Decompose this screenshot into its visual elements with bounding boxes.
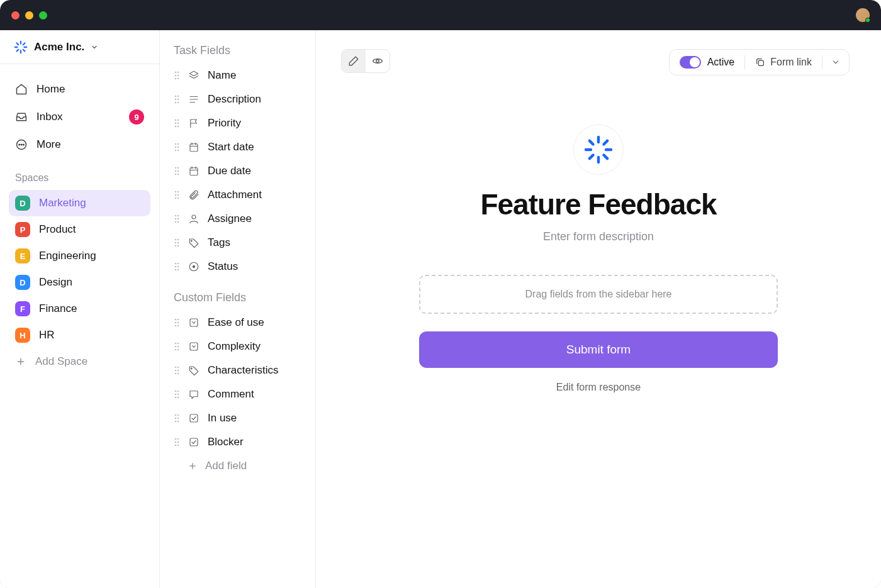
field-status[interactable]: Status — [169, 255, 306, 279]
svg-point-34 — [177, 126, 179, 128]
svg-rect-89 — [190, 319, 198, 326]
drag-handle[interactable] — [174, 413, 180, 423]
svg-point-36 — [177, 143, 179, 145]
drag-handle[interactable] — [174, 94, 180, 104]
svg-rect-51 — [190, 168, 198, 175]
field-start-date[interactable]: Start date — [169, 135, 306, 159]
workspace-switcher[interactable]: Acme Inc. — [0, 30, 159, 64]
field-tags[interactable]: Tags — [169, 231, 306, 255]
inbox-icon — [15, 111, 28, 123]
submit-form-button[interactable]: Submit form — [419, 331, 778, 368]
drag-handle[interactable] — [174, 70, 180, 80]
svg-point-120 — [177, 441, 179, 443]
nav-more[interactable]: More — [9, 131, 150, 158]
edit-response-link[interactable]: Edit form response — [556, 382, 641, 393]
svg-point-99 — [175, 370, 177, 372]
svg-point-50 — [177, 174, 179, 175]
field-assignee[interactable]: Assignee — [169, 207, 306, 231]
svg-point-105 — [177, 391, 179, 392]
field-description[interactable]: Description — [169, 87, 306, 111]
drag-handle[interactable] — [174, 341, 180, 352]
preview-mode-button[interactable] — [366, 50, 390, 72]
field-label: Ease of use — [208, 316, 264, 329]
minimize-window-button[interactable] — [25, 11, 33, 19]
svg-point-93 — [177, 346, 179, 348]
svg-point-113 — [177, 418, 179, 419]
drag-handle[interactable] — [174, 262, 180, 272]
nav-inbox[interactable]: Inbox 9 — [9, 103, 150, 131]
svg-point-40 — [177, 150, 179, 152]
add-space-button[interactable]: Add Space — [9, 348, 150, 375]
drag-handle[interactable] — [174, 437, 180, 447]
svg-point-17 — [177, 75, 179, 77]
field-characteristics[interactable]: Characteristics — [169, 358, 306, 382]
field-attachment[interactable]: Attachment — [169, 183, 306, 207]
drag-handle[interactable] — [174, 238, 180, 248]
svg-point-77 — [175, 266, 177, 268]
svg-point-14 — [175, 72, 177, 74]
field-drop-zone[interactable]: Drag fields from the sidebar here — [419, 275, 778, 314]
field-complexity[interactable]: Complexity — [169, 335, 306, 358]
nav-more-label: More — [36, 138, 61, 151]
drag-handle[interactable] — [174, 190, 180, 200]
field-label: In use — [208, 412, 237, 424]
svg-point-46 — [177, 167, 179, 169]
svg-point-64 — [177, 218, 179, 220]
edit-mode-button[interactable] — [342, 50, 366, 72]
field-due-date[interactable]: Due date — [169, 159, 306, 183]
field-blocker[interactable]: Blocker — [169, 430, 306, 454]
nav-home[interactable]: Home — [9, 75, 150, 103]
svg-point-86 — [177, 322, 179, 324]
svg-point-57 — [175, 194, 177, 196]
drag-handle[interactable] — [174, 214, 180, 224]
field-priority[interactable]: Priority — [169, 111, 306, 135]
svg-point-110 — [175, 414, 177, 416]
traffic-lights — [11, 11, 47, 19]
drag-handle[interactable] — [174, 389, 180, 399]
field-in-use[interactable]: In use — [169, 406, 306, 430]
form-description-placeholder[interactable]: Enter form description — [543, 230, 654, 243]
form-logo[interactable] — [573, 125, 624, 175]
more-options-button[interactable] — [822, 58, 849, 67]
active-toggle[interactable] — [680, 56, 701, 69]
form-link-label: Form link — [770, 57, 812, 68]
space-item-design[interactable]: DDesign — [9, 269, 150, 296]
field-ease-of-use[interactable]: Ease of use — [169, 311, 306, 335]
svg-rect-41 — [190, 144, 198, 152]
svg-point-23 — [177, 99, 179, 101]
svg-point-95 — [177, 349, 179, 351]
svg-rect-116 — [190, 414, 198, 422]
drag-handle[interactable] — [174, 318, 180, 328]
form-title[interactable]: Feature Feedback — [480, 187, 716, 221]
space-item-engineering[interactable]: EEngineering — [9, 243, 150, 269]
form-link-button[interactable]: Form link — [745, 57, 822, 68]
submit-label: Submit form — [566, 343, 631, 357]
svg-point-20 — [175, 96, 177, 97]
space-item-hr[interactable]: HHR — [9, 322, 150, 348]
svg-point-74 — [191, 240, 192, 241]
svg-point-122 — [177, 445, 179, 447]
space-label: Marketing — [39, 197, 86, 209]
close-window-button[interactable] — [11, 11, 20, 19]
svg-point-68 — [175, 239, 177, 241]
maximize-window-button[interactable] — [39, 11, 47, 19]
form-builder-canvas: Active Form link — [316, 30, 881, 588]
svg-point-94 — [175, 349, 177, 351]
svg-point-55 — [175, 191, 177, 193]
presence-indicator — [865, 18, 870, 23]
space-item-product[interactable]: PProduct — [9, 216, 150, 243]
user-avatar[interactable] — [856, 8, 870, 22]
field-name[interactable]: Name — [169, 64, 306, 87]
drag-handle[interactable] — [174, 142, 180, 152]
space-item-marketing[interactable]: DMarketing — [9, 190, 150, 216]
add-field-button[interactable]: Add field — [169, 454, 306, 478]
space-item-finance[interactable]: FFinance — [9, 296, 150, 322]
drag-handle[interactable] — [174, 118, 180, 128]
drag-handle[interactable] — [174, 166, 180, 176]
svg-point-30 — [177, 119, 179, 121]
svg-point-115 — [177, 421, 179, 423]
field-comment[interactable]: Comment — [169, 382, 306, 406]
drag-handle[interactable] — [174, 365, 180, 375]
window-titlebar — [0, 0, 881, 30]
svg-point-69 — [177, 239, 179, 241]
